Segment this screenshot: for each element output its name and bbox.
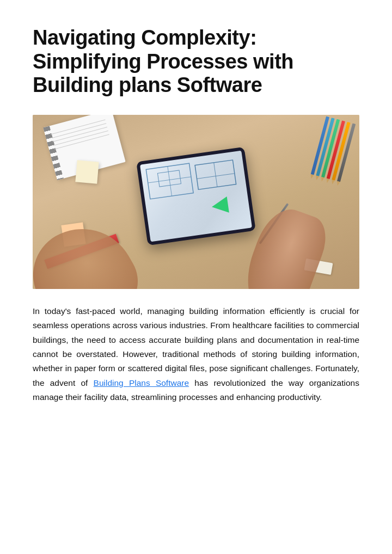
- sticky-note-1: [75, 160, 99, 183]
- notebook-line: [52, 127, 107, 142]
- hero-image-placeholder: [33, 115, 359, 289]
- page-container: Navigating Complexity: Simplifying Proce…: [0, 0, 392, 554]
- notebook-line: [54, 134, 109, 150]
- tablet-screen: [140, 151, 252, 242]
- article-body: In today's fast-paced world, managing bu…: [33, 304, 359, 404]
- body-text-part1: In today's fast-paced world, managing bu…: [33, 306, 359, 387]
- svg-line-3: [168, 167, 172, 196]
- blueprint-svg: [140, 151, 252, 242]
- notebook-lines: [51, 120, 111, 153]
- article-paragraph: In today's fast-paced world, managing bu…: [33, 304, 359, 404]
- hero-image: [33, 115, 359, 289]
- tablet-device: [136, 147, 256, 245]
- building-plans-software-link[interactable]: Building Plans Software: [94, 378, 189, 387]
- svg-line-6: [214, 163, 217, 187]
- svg-marker-7: [211, 196, 229, 215]
- article-title: Navigating Complexity: Simplifying Proce…: [33, 26, 359, 97]
- notebook-line: [52, 123, 107, 138]
- notebook-line: [53, 131, 108, 146]
